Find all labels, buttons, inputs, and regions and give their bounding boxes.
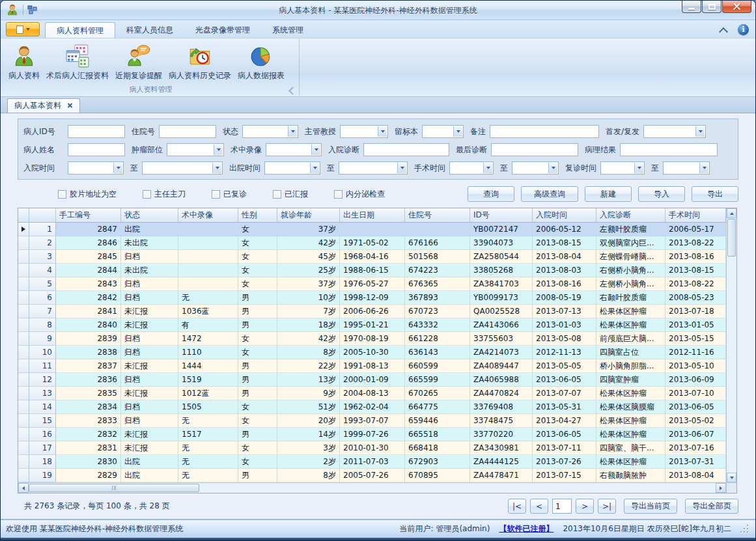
registered-link[interactable]: 【软件已注册】 [499, 523, 553, 534]
vertical-scrollbar[interactable] [726, 208, 736, 482]
combo-dropdown-button[interactable] [695, 126, 705, 137]
combo-dropdown-button[interactable] [378, 126, 387, 137]
table-row[interactable]: 72841未汇报1036蓝男7岁2006-06-26670723QA002552… [18, 305, 726, 318]
column-header-admit-date[interactable]: 入院时间 [533, 208, 596, 223]
checkbox-4[interactable]: 已汇报 [273, 189, 308, 200]
combo-dropdown-button[interactable] [212, 163, 221, 173]
combo-dropdown-button[interactable] [453, 126, 462, 137]
combo-box[interactable] [167, 143, 224, 156]
scroll-up-button[interactable] [727, 208, 736, 218]
text-input[interactable] [490, 125, 599, 138]
checkbox-1[interactable]: 胶片地址为空 [58, 189, 117, 200]
export-all-pages-button[interactable]: 导出全部页 [685, 499, 738, 514]
ribbon-button-history-folder-clock[interactable]: 病人资料历史记录 [165, 42, 234, 83]
table-row[interactable]: 112837未汇报1444男22岁1991-08-13660599ZA40894… [18, 359, 726, 373]
ribbon-button-report-calendar[interactable]: 术后病人汇报资料 [43, 42, 112, 83]
combo-box[interactable] [266, 143, 322, 156]
column-header-birth-date[interactable]: 出生日期 [340, 208, 405, 223]
combo-box[interactable] [68, 161, 124, 174]
combo-box[interactable] [264, 161, 320, 174]
close-button[interactable] [722, 1, 751, 13]
last-page-button[interactable]: >| [598, 499, 616, 514]
column-header-inpatient-no[interactable]: 住院号 [405, 208, 470, 223]
combo-box[interactable] [422, 125, 464, 138]
text-input[interactable] [68, 143, 125, 156]
column-header-id-no[interactable]: ID号 [470, 208, 533, 223]
horizontal-scroll-track[interactable] [199, 483, 716, 493]
checkbox-3[interactable]: 已复诊 [212, 189, 247, 200]
combo-dropdown-button[interactable] [288, 126, 297, 137]
button-action[interactable]: 查询 [468, 186, 514, 202]
tab-close-icon[interactable] [67, 103, 73, 109]
ribbon-button-reminder-chat[interactable]: 近期复诊提醒 [112, 42, 165, 83]
table-row[interactable]: 92839归档1472女42岁1970-08-19661228337556032… [18, 332, 726, 346]
combo-dropdown-button[interactable] [548, 163, 557, 173]
text-input[interactable] [363, 143, 449, 156]
scroll-down-button[interactable] [727, 473, 736, 482]
button-action[interactable]: 新建 [585, 186, 632, 202]
column-header-surgery-date[interactable]: 手术时间 [665, 208, 726, 223]
next-page-button[interactable]: > [576, 499, 594, 514]
button-action[interactable]: 导出 [692, 186, 738, 202]
chevron-up-icon[interactable] [720, 27, 727, 33]
button-action[interactable]: 导入 [638, 186, 685, 202]
combo-dropdown-button[interactable] [634, 163, 643, 173]
column-header-manual-no[interactable]: 手工编号 [56, 208, 121, 223]
prev-page-button[interactable]: < [530, 499, 548, 514]
checkbox-5[interactable]: 内分泌检查 [334, 189, 385, 200]
table-row[interactable]: 122836归档1519男13岁2000-01-09665599ZA406598… [18, 373, 726, 387]
table-row[interactable]: 192829出院无男8岁2005-07-26670895ZA4478471201… [18, 469, 726, 482]
table-row[interactable]: 162832未汇报1517男14岁1999-07-266655183377022… [18, 428, 726, 441]
table-row[interactable]: 52843归档女37岁1976-05-27676365ZA38417032013… [18, 277, 726, 291]
combo-dropdown-button[interactable] [311, 145, 320, 155]
maximize-button[interactable] [702, 1, 721, 13]
table-row[interactable]: 42844未出院女25岁1988-06-15674223338052682013… [18, 264, 726, 277]
table-row[interactable]: 182830出院无女2岁2011-07-03672903ZA4444125201… [18, 455, 726, 469]
combo-box[interactable] [340, 125, 388, 138]
combo-dropdown-button[interactable] [699, 163, 708, 173]
table-row[interactable]: 82840未汇报有男18岁1995-01-21643332ZA414306620… [18, 318, 726, 332]
ribbon-button-pie-chart[interactable]: 病人数据报表 [234, 42, 288, 83]
combo-dropdown-button[interactable] [214, 145, 223, 155]
export-current-page-button[interactable]: 导出当前页 [624, 499, 677, 514]
ribbon-tab-2[interactable]: 科室人员信息 [115, 22, 184, 38]
first-page-button[interactable]: |< [508, 499, 526, 514]
table-row[interactable]: 12847出院女37岁YB00721472006-05-12左额叶胶质瘤2006… [18, 223, 726, 236]
text-input[interactable] [159, 125, 216, 138]
table-row[interactable]: 152833归档无女20岁1993-07-0765944633748475201… [18, 414, 726, 428]
table-row[interactable]: 32845归档女45岁1968-04-16501568ZA25805442013… [18, 250, 726, 264]
scroll-left-button[interactable] [18, 483, 29, 493]
combo-box[interactable] [512, 161, 559, 174]
vertical-scroll-track[interactable] [727, 257, 736, 473]
column-header-row-number[interactable] [29, 208, 56, 223]
combo-box[interactable] [242, 125, 298, 138]
table-row[interactable]: 142834归档1505女51岁1962-02-0466477533769408… [18, 400, 726, 414]
table-row[interactable]: 62842归档无男10岁1998-12-09367893YB0099173200… [18, 291, 726, 305]
page-number-input[interactable] [552, 499, 572, 514]
combo-dropdown-button[interactable] [113, 163, 122, 173]
button-action[interactable]: 高级查询 [521, 186, 578, 202]
combo-dropdown-button[interactable] [397, 163, 406, 173]
column-header-admit-diagnosis[interactable]: 入院诊断 [596, 208, 665, 223]
table-row[interactable]: 22846未出院女42岁1971-05-02676166339040732013… [18, 236, 726, 250]
combo-box[interactable] [663, 161, 710, 174]
tab-patient-basic-info[interactable]: 病人基本资料 [7, 98, 80, 113]
column-header-gender[interactable]: 性别 [238, 208, 277, 223]
scroll-right-button[interactable] [716, 483, 726, 493]
combo-box[interactable] [142, 161, 223, 174]
resize-grip-icon[interactable] [740, 525, 749, 533]
application-menu-button[interactable] [6, 22, 40, 36]
combo-dropdown-button[interactable] [483, 163, 492, 173]
table-row[interactable]: 102838归档1110女8岁2005-10-30636143ZA4214073… [18, 346, 726, 359]
minimize-button[interactable] [682, 1, 701, 13]
column-header-surgery-video[interactable]: 术中录像 [178, 208, 238, 223]
horizontal-scroll-thumb[interactable] [29, 484, 199, 492]
vertical-scroll-thumb[interactable] [727, 219, 736, 257]
horizontal-scrollbar[interactable] [18, 482, 736, 493]
combo-box[interactable] [600, 161, 645, 174]
combo-dropdown-button[interactable] [310, 163, 319, 173]
combo-box[interactable] [339, 161, 408, 174]
column-header-status[interactable]: 状态 [121, 208, 178, 223]
column-header-indicator[interactable] [18, 208, 29, 223]
table-row[interactable]: 132835未汇报1012蓝男9岁2004-08-13670265ZA44708… [18, 387, 726, 400]
